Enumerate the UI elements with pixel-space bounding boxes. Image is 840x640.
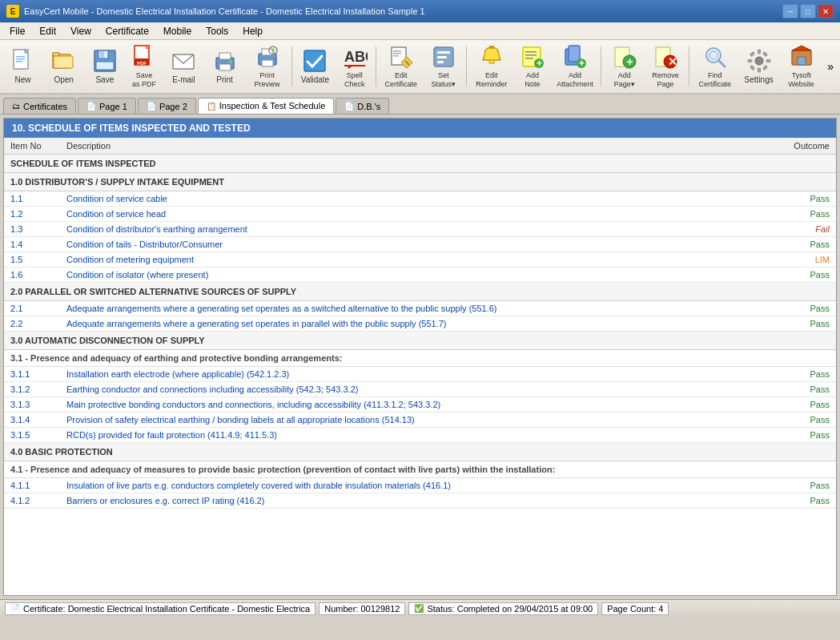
- svg-rect-42: [525, 51, 537, 53]
- edit-certificate-button[interactable]: EditCertificate: [380, 42, 422, 91]
- svg-text:+: +: [626, 55, 633, 68]
- menu-help[interactable]: Help: [236, 24, 269, 38]
- subsection-row-cell: 3.1 - Presence and adequacy of earthing …: [4, 350, 836, 367]
- edit-reminder-icon: [479, 44, 504, 70]
- settings-button[interactable]: Settings: [739, 42, 778, 91]
- status-completed-icon: ✅: [414, 604, 424, 613]
- svg-point-26: [271, 49, 275, 52]
- svg-rect-66: [762, 66, 767, 70]
- menu-bar: File Edit View Certificate Mobile Tools …: [0, 22, 840, 40]
- find-certificate-button[interactable]: FindCertificate: [692, 42, 738, 91]
- svg-rect-61: [758, 50, 760, 54]
- item-no-cell: 3.1.4: [4, 413, 60, 428]
- print-preview-button[interactable]: PrintPreview: [246, 42, 288, 91]
- add-page-icon: +: [612, 44, 637, 70]
- status-certificate: 📄 Certificate: Domestic Electrical Insta…: [5, 602, 316, 615]
- outcome-cell: Fail: [772, 222, 836, 237]
- print-label: Print: [216, 75, 233, 85]
- description-cell: Condition of metering equipment: [60, 252, 772, 268]
- minimize-button[interactable]: ─: [782, 4, 798, 18]
- table-container[interactable]: Item No Description Outcome SCHEDULE OF …: [4, 138, 836, 590]
- table-row: 3.1 - Presence and adequacy of earthing …: [4, 350, 836, 367]
- tab-inspection-label: Inspection & Test Schedule: [219, 101, 326, 111]
- item-no-cell: 1.4: [4, 237, 60, 252]
- dbs-tab-icon: 📄: [344, 102, 354, 111]
- add-note-button[interactable]: + AddNote: [514, 42, 550, 91]
- set-status-button[interactable]: SetStatus▾: [424, 42, 463, 91]
- edit-certificate-icon: [388, 44, 414, 70]
- menu-edit[interactable]: Edit: [33, 24, 62, 38]
- tab-inspection[interactable]: 📋 Inspection & Test Schedule: [198, 98, 335, 114]
- svg-text:ABC: ABC: [344, 49, 368, 65]
- menu-mobile[interactable]: Mobile: [157, 24, 198, 38]
- svg-rect-30: [393, 50, 401, 52]
- email-button[interactable]: E-mail: [164, 42, 203, 91]
- close-button[interactable]: ✕: [818, 4, 834, 18]
- find-certificate-label: FindCertificate: [699, 71, 732, 89]
- separator-5: [689, 46, 689, 87]
- table-row: 3.1.4Provision of safety electrical eart…: [4, 413, 836, 428]
- open-button[interactable]: Open: [44, 42, 83, 91]
- svg-text:PDF: PDF: [137, 61, 147, 66]
- description-cell: Earthing conductor and connections inclu…: [60, 382, 772, 397]
- validate-button[interactable]: Validate: [295, 42, 335, 91]
- outcome-cell: Pass: [772, 478, 836, 493]
- save-as-pdf-button[interactable]: PDF Saveas PDF: [126, 42, 162, 91]
- tab-certificates[interactable]: 🗂 Certificates: [3, 98, 76, 114]
- status-number: Number: 00129812: [319, 602, 405, 615]
- svg-rect-31: [393, 53, 401, 54]
- svg-text:+: +: [537, 58, 542, 69]
- item-no-cell: 4.1.2: [4, 493, 60, 509]
- tab-page1[interactable]: 📄 Page 1: [78, 98, 136, 114]
- svg-rect-36: [437, 51, 450, 54]
- spell-check-button[interactable]: ABC SpellCheck: [336, 42, 372, 91]
- tab-page2[interactable]: 📄 Page 2: [138, 98, 196, 114]
- content-area: 10. SCHEDULE OF ITEMS INSPECTED AND TEST…: [3, 118, 837, 596]
- description-cell: Insulation of live parts e.g. conductors…: [60, 478, 772, 493]
- tysoft-website-label: TysoftWebsite: [789, 71, 814, 89]
- table-row: 1.3Condition of distributor's earthing a…: [4, 222, 836, 237]
- new-icon: [10, 48, 36, 74]
- remove-page-button[interactable]: ✕ RemovePage: [645, 42, 685, 91]
- save-as-pdf-icon: PDF: [131, 44, 157, 70]
- separator-4: [601, 46, 601, 87]
- item-no-cell: 3.1.5: [4, 428, 60, 443]
- save-label: Save: [95, 75, 114, 85]
- separator-2: [376, 46, 376, 87]
- main-content: 10. SCHEDULE OF ITEMS INSPECTED AND TEST…: [0, 115, 840, 599]
- window-title: EasyCert Mobile - Domestic Electrical In…: [24, 6, 425, 16]
- description-cell: Condition of tails - Distributor/Consume…: [60, 237, 772, 252]
- subsection-row-cell: 4.1 - Presence and adequacy of measures …: [4, 461, 836, 478]
- table-row: 2.1Adequate arrangements where a generat…: [4, 301, 836, 316]
- maximize-button[interactable]: □: [800, 4, 816, 18]
- add-attachment-button[interactable]: + AddAttachment: [553, 42, 598, 91]
- svg-rect-67: [762, 52, 767, 57]
- certificates-tab-icon: 🗂: [12, 102, 20, 111]
- description-cell: Installation earth electrode (where appl…: [60, 367, 772, 382]
- table-row: 4.1.2Barriers or enclosures e.g. correct…: [4, 493, 836, 509]
- add-attachment-label: AddAttachment: [557, 71, 593, 89]
- print-preview-icon: [255, 44, 280, 70]
- item-no-cell: 1.6: [4, 268, 60, 283]
- outcome-cell: Pass: [772, 367, 836, 382]
- menu-file[interactable]: File: [3, 24, 31, 38]
- add-page-button[interactable]: + AddPage▾: [605, 42, 644, 91]
- tysoft-website-button[interactable]: TysoftWebsite: [780, 42, 822, 91]
- item-no-cell: 2.2: [4, 316, 60, 332]
- header-item-no: Item No: [4, 138, 60, 155]
- table-row: SCHEDULE OF ITEMS INSPECTED: [4, 155, 836, 173]
- new-button[interactable]: New: [3, 42, 42, 91]
- menu-view[interactable]: View: [64, 24, 98, 38]
- print-button[interactable]: Print: [205, 42, 244, 91]
- add-attachment-icon: +: [562, 44, 588, 70]
- svg-rect-71: [798, 57, 806, 65]
- menu-tools[interactable]: Tools: [199, 24, 235, 38]
- menu-certificate[interactable]: Certificate: [99, 24, 155, 38]
- tab-dbs[interactable]: 📄 D.B.'s: [336, 98, 389, 114]
- edit-reminder-button[interactable]: EditReminder: [470, 42, 512, 91]
- item-no-cell: 1.5: [4, 252, 60, 268]
- set-status-label: SetStatus▾: [432, 71, 456, 89]
- save-button[interactable]: Save: [85, 42, 124, 91]
- outcome-cell: Pass: [772, 237, 836, 252]
- toolbar-overflow[interactable]: »: [824, 58, 837, 74]
